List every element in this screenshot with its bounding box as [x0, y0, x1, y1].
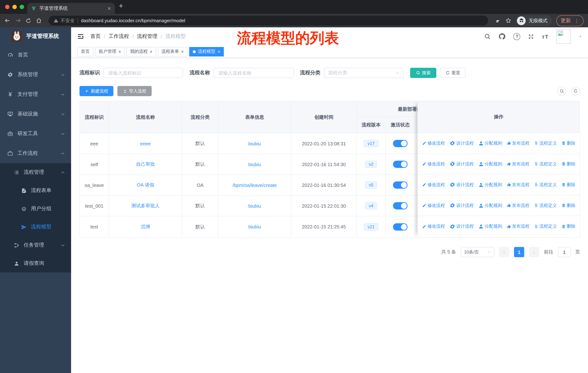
security-status[interactable]: 不安全 [53, 17, 75, 24]
process-name-link[interactable]: 自己审批 [136, 161, 155, 168]
active-toggle[interactable] [393, 140, 408, 147]
sidebar-item-3[interactable]: 基础设施 [0, 104, 71, 124]
action-publish[interactable]: 发布流程 [506, 140, 529, 146]
filter-id-input[interactable] [104, 68, 183, 78]
process-name-link[interactable]: OA 请假 [137, 182, 154, 188]
forward-icon[interactable] [15, 18, 21, 24]
update-button[interactable]: 更新 ⋮ [556, 15, 584, 26]
current-page-button[interactable]: 1 [514, 247, 524, 257]
search-button[interactable]: 搜索 [410, 68, 436, 78]
zoom-window-button[interactable] [20, 5, 24, 9]
active-toggle[interactable] [393, 161, 408, 168]
process-name-link[interactable]: eeee [140, 141, 151, 146]
filter-name-input[interactable] [214, 68, 294, 78]
close-icon[interactable]: × [118, 49, 121, 54]
tag-2[interactable]: 我的流程× [126, 47, 156, 56]
action-publish[interactable]: 发布流程 [506, 202, 529, 209]
close-window-button[interactable] [5, 5, 10, 9]
action-definition[interactable]: 流程定义 [534, 161, 557, 167]
reset-button[interactable]: 重置 [440, 68, 465, 78]
action-publish[interactable]: 发布流程 [506, 223, 529, 230]
sidebar-item-10[interactable]: 任务管理 [0, 236, 71, 254]
action-delete[interactable]: 删除 [561, 202, 575, 209]
app-logo-row[interactable]: 芋道管理系统 [0, 27, 71, 45]
sidebar-item-7[interactable]: 流程表单 [0, 181, 71, 200]
action-design[interactable]: 设计流程 [449, 140, 474, 146]
hamburger-collapse-icon[interactable] [77, 33, 84, 40]
browser-tab[interactable]: 芋道管理系统 ✕ [27, 3, 115, 14]
form-info-link[interactable]: biubiu [248, 141, 261, 146]
breadcrumb-item[interactable]: 工作流程 [109, 33, 129, 40]
process-name-link[interactable]: 测试多审批人 [131, 202, 160, 209]
new-tab-button[interactable]: + [119, 2, 123, 10]
tag-4[interactable]: 流程模型× [189, 47, 224, 56]
active-toggle[interactable] [393, 181, 408, 189]
refresh-mini-button[interactable] [571, 87, 580, 95]
close-icon[interactable]: × [150, 49, 152, 54]
avatar[interactable] [556, 29, 571, 44]
sidebar-item-5[interactable]: 工作流程 [0, 143, 71, 163]
home-icon[interactable] [36, 18, 42, 24]
import-process-button[interactable]: 导入流程 [117, 86, 152, 96]
page-size-select[interactable]: 10条/页 [461, 247, 494, 257]
create-process-button[interactable]: 新建流程 [79, 86, 113, 96]
tab-close-icon[interactable]: ✕ [107, 6, 111, 11]
reload-icon[interactable] [26, 18, 31, 23]
help-icon[interactable]: ? [514, 33, 520, 40]
github-icon[interactable] [499, 33, 506, 40]
sidebar-item-1[interactable]: 系统管理 [0, 65, 71, 84]
active-toggle[interactable] [393, 223, 408, 230]
action-delete[interactable]: 删除 [561, 181, 575, 188]
action-assign-rule[interactable]: 分配规则 [478, 140, 502, 146]
sidebar-item-0[interactable]: 首页 [0, 45, 71, 65]
form-info-link[interactable]: biubiu [248, 161, 261, 167]
breadcrumb-item[interactable]: 首页 [90, 33, 101, 40]
sidebar-item-9[interactable]: 流程模型 [0, 218, 71, 236]
action-delete[interactable]: 删除 [561, 140, 575, 146]
breadcrumb-item[interactable]: 流程管理 [137, 33, 158, 40]
url-bar[interactable]: 不安全 dashboard.yudao.iocoder.cn/bpm/manag… [49, 16, 488, 26]
action-definition[interactable]: 流程定义 [534, 223, 557, 230]
action-edit[interactable]: 修改流程 [422, 181, 445, 188]
action-publish[interactable]: 发布流程 [506, 181, 529, 188]
sidebar-item-11[interactable]: 请假查询 [0, 254, 71, 272]
show-search-mini-button[interactable] [557, 87, 566, 95]
star-icon[interactable] [505, 18, 511, 24]
sidebar-item-2[interactable]: 支付管理 [0, 84, 71, 104]
action-design[interactable]: 设计流程 [449, 223, 474, 230]
action-definition[interactable]: 流程定义 [534, 140, 557, 146]
action-assign-rule[interactable]: 分配规则 [478, 161, 502, 167]
action-definition[interactable]: 流程定义 [534, 181, 557, 188]
font-size-icon[interactable]: ᴛT [542, 33, 549, 40]
action-assign-rule[interactable]: 分配规则 [478, 202, 502, 209]
minimize-window-button[interactable] [12, 5, 17, 9]
form-info-link[interactable]: /bpm/oa/leave/create [232, 182, 277, 188]
search-icon[interactable] [484, 33, 491, 40]
action-design[interactable]: 设计流程 [449, 181, 474, 188]
action-edit[interactable]: 修改流程 [422, 140, 445, 146]
close-icon[interactable]: × [181, 49, 184, 54]
action-definition[interactable]: 流程定义 [534, 202, 557, 209]
filter-category-select[interactable]: 流程分类 [324, 68, 404, 78]
action-edit[interactable]: 修改流程 [422, 223, 445, 230]
next-page-button[interactable]: › [529, 247, 539, 257]
process-name-link[interactable]: 滔博 [141, 223, 150, 230]
action-assign-rule[interactable]: 分配规则 [478, 223, 502, 230]
tag-0[interactable]: 首页 [77, 47, 93, 56]
key-icon[interactable] [495, 18, 501, 24]
action-design[interactable]: 设计流程 [449, 161, 474, 167]
action-delete[interactable]: 删除 [561, 161, 575, 167]
back-icon[interactable] [4, 18, 10, 24]
action-delete[interactable]: 删除 [561, 223, 575, 230]
prev-page-button[interactable]: ‹ [499, 247, 509, 257]
tag-3[interactable]: 流程表单× [158, 47, 187, 56]
form-info-link[interactable]: biubiu [248, 224, 261, 230]
fullscreen-icon[interactable] [528, 33, 534, 40]
sidebar-item-6[interactable]: 流程管理 [0, 163, 71, 181]
action-edit[interactable]: 修改流程 [422, 202, 445, 209]
active-toggle[interactable] [393, 202, 408, 210]
caret-down-icon[interactable] [578, 35, 582, 38]
sidebar-item-8[interactable]: 用户分组 [0, 200, 71, 218]
action-edit[interactable]: 修改流程 [422, 161, 445, 167]
form-info-link[interactable]: biubiu [248, 203, 261, 209]
